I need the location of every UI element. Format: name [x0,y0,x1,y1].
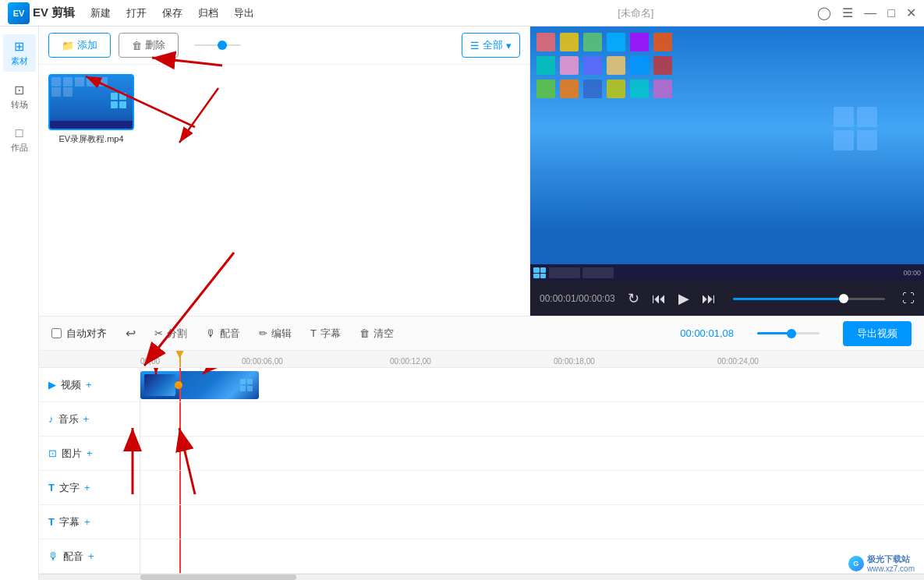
text-add-btn[interactable]: + [84,482,90,493]
zoom-slider[interactable] [757,332,820,334]
preview-screen: 00:00 [530,27,924,281]
image-track-label: 图片 [62,447,82,461]
current-time: 00:00:01 [540,293,576,304]
music-track-content[interactable] [140,402,924,436]
ruler-1: 00:00:06,00 [242,357,283,366]
scrollbar-thumb[interactable] [140,575,296,580]
minimize-icon[interactable]: — [864,6,876,20]
auto-align-checkbox[interactable] [51,328,62,338]
rewind-button[interactable]: ⏮ [652,291,666,307]
ruler-3: 00:00:18,00 [554,357,595,366]
play-button[interactable]: ▶ [678,290,689,307]
image-add-btn[interactable]: + [87,447,93,459]
text-track-label: 文字 [59,481,80,495]
add-label: 添加 [77,38,97,52]
filter-dropdown[interactable]: ☰ 全部 ▾ [462,33,520,58]
subtitle-add-btn[interactable]: + [84,516,90,528]
top-section: 📁 添加 🗑 删除 ☰ 全部 ▾ [39,27,924,316]
close-icon[interactable]: ✕ [906,5,916,20]
export-button[interactable]: 导出视频 [843,321,912,346]
watermark-site: 极光下载站 [867,554,915,564]
delete-button[interactable]: 🗑 删除 [119,33,179,58]
time-indicator: 00:00:01,08 [680,327,734,339]
size-slider-container[interactable] [194,44,241,46]
fast-forward-button[interactable]: ⏭ [702,291,716,307]
split-label: 分割 [167,327,187,341]
preview-panel: 00:00 00:00:01/00:00:03 ↻ ⏮ ▶ ⏭ [530,27,924,316]
text-icon: T [310,327,317,339]
sidebar-item-material[interactable]: ⊞ 素材 [3,34,36,72]
sidebar-item-transition[interactable]: ⊡ 转场 [3,78,36,115]
menu-export[interactable]: 导出 [234,6,254,20]
edit-button[interactable]: ✏ 编辑 [259,327,292,341]
ruler-2: 00:00:12,00 [390,357,431,366]
main-layout: ⊞ 素材 ⊡ 转场 □ 作品 📁 添加 🗑 [0,27,924,580]
video-track-content[interactable] [140,368,924,401]
music-add-btn[interactable]: + [83,413,90,425]
music-track-icon: ♪ [48,413,54,425]
split-button[interactable]: ✂ 分割 [154,327,187,341]
subtitle-track-content[interactable] [140,505,924,539]
volume-slider[interactable] [733,298,885,300]
ruler-0: 00,00 [140,357,160,366]
media-item-0[interactable]: EV录屏教程.mp4 [48,74,134,145]
image-track-content[interactable] [140,437,924,470]
video-clip-segment-2[interactable] [181,371,259,399]
transition-icon: ⊡ [14,83,24,97]
video-clip-segment-1[interactable] [140,371,179,399]
auto-align-check[interactable]: 自动对齐 [51,327,107,341]
menu-save[interactable]: 保存 [162,6,182,20]
track-video: ▶ 视频 + [39,368,924,402]
text-track-content[interactable] [140,471,924,504]
sidebar-item-works[interactable]: □ 作品 [3,122,36,158]
voiceover-track-label: 配音 [63,550,83,564]
media-label-0: EV录屏教程.mp4 [58,133,123,145]
voiceover-add-btn[interactable]: + [88,550,94,562]
subtitle-track-icon: T [48,516,55,528]
size-slider-thumb [218,41,227,50]
menu-icon[interactable]: ☰ [842,5,853,20]
watermark: G 极光下载站 www.xz7.com [848,554,915,574]
track-text: T 文字 + [39,471,924,505]
horizontal-scrollbar[interactable] [39,574,924,580]
chevron-down-icon: ▾ [506,40,512,51]
maximize-icon[interactable]: □ [887,6,895,20]
playhead-line-voiceover [179,539,181,573]
track-label-video: ▶ 视频 + [39,368,140,401]
menu-open[interactable]: 打开 [126,6,147,20]
refresh-button[interactable]: ↻ [628,290,639,307]
sidebar-label-transition: 转场 [11,99,28,111]
undo-button[interactable]: ↩ [126,326,136,341]
media-thumbnail-0 [48,74,134,130]
add-button[interactable]: 📁 添加 [48,33,111,58]
text-track-icon: T [48,482,55,493]
media-grid: EV录屏教程.mp4 [39,65,529,316]
menu-archive[interactable]: 归档 [198,6,218,20]
titlebar-menu: 新建 打开 保存 归档 导出 [90,6,454,20]
folder-icon: 📁 [62,40,74,51]
voiceover-track-content[interactable] [140,539,924,573]
user-icon[interactable]: ◯ [817,5,831,20]
menu-new[interactable]: 新建 [90,6,111,20]
playhead-line-subtitle [179,505,181,539]
subtitle-button[interactable]: T 字幕 [310,327,341,341]
timeline-tracks: ▶ 视频 + [39,368,924,574]
audio-label: 配音 [220,327,240,341]
timeline-ruler: 00,00 00:00:06,00 00:00:12,00 00:00:18,0… [39,351,924,368]
subtitle-track-label: 字幕 [59,515,80,529]
timeline-toolbar: 自动对齐 ↩ ✂ 分割 🎙 配音 ✏ 编辑 T 字幕 [39,317,924,351]
video-track-icon: ▶ [48,379,56,391]
clear-label: 清空 [373,327,394,341]
audio-button[interactable]: 🎙 配音 [206,327,240,341]
scissors-icon: ✂ [154,327,163,339]
timeline-section: 自动对齐 ↩ ✂ 分割 🎙 配音 ✏ 编辑 T 字幕 [39,316,924,580]
zoom-thumb [787,329,796,338]
clear-button[interactable]: 🗑 清空 [359,327,394,341]
fullscreen-button[interactable]: ⛶ [902,292,915,306]
works-icon: □ [16,126,23,140]
filter-label: 全部 [483,38,503,52]
clip-marker [175,381,182,389]
video-add-btn[interactable]: + [86,379,92,391]
ruler-4: 00:00:24,00 [717,357,759,366]
app-logo: EV EV 剪辑 [8,2,75,24]
